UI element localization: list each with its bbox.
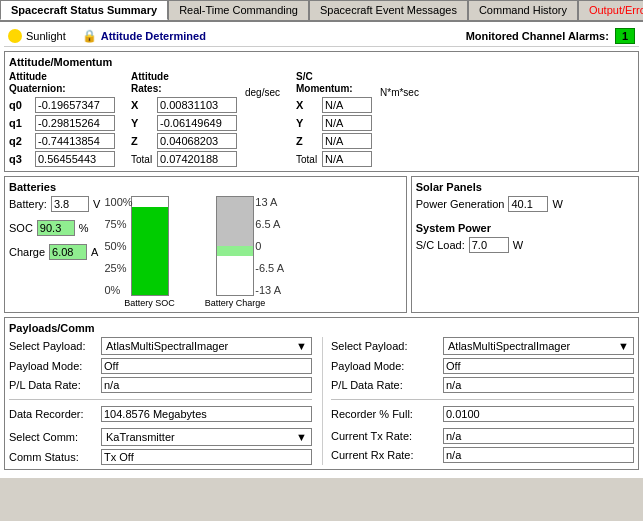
charge-field[interactable]: [49, 244, 87, 260]
q3-row: q3: [9, 151, 115, 167]
rate-x-label: X: [131, 99, 153, 111]
payload-left-col: Select Payload: AtlasMultiSpectralImager…: [9, 337, 312, 465]
sc-load-field[interactable]: [469, 237, 509, 253]
q2-label: q2: [9, 135, 31, 147]
soc-label-25: 25%: [105, 262, 133, 274]
momentum-label: S/CMomentum:: [296, 71, 372, 95]
data-recorder-field[interactable]: [101, 406, 312, 422]
soc-bar: [132, 207, 168, 295]
rate-y-field[interactable]: [157, 115, 237, 131]
sunlight-indicator: Sunlight: [8, 29, 66, 43]
recorder-full-field[interactable]: [443, 406, 634, 422]
current-rx-field[interactable]: [443, 447, 634, 463]
attitude-text: Attitude Determined: [101, 30, 206, 42]
payload-mode-left-field[interactable]: [101, 358, 312, 374]
rate-total-field[interactable]: [157, 151, 237, 167]
select-payload-right-label: Select Payload:: [331, 340, 439, 352]
divider-left: [9, 399, 312, 400]
power-gen-unit: W: [552, 198, 562, 210]
power-gen-row: Power Generation W: [416, 196, 634, 212]
sun-icon: [8, 29, 22, 43]
mom-x-row: X: [296, 97, 372, 113]
main-content: Sunlight 🔒 Attitude Determined Monitored…: [0, 22, 643, 478]
mom-x-field[interactable]: [322, 97, 372, 113]
momentum-unit: N*m*sec: [380, 87, 419, 98]
batteries-section: Batteries Battery: V SOC % Charge: [4, 176, 407, 313]
pl-data-rate-left-label: P/L Data Rate:: [9, 379, 97, 391]
attitude-title: Attitude/Momentum: [9, 56, 634, 68]
soc-row: SOC %: [9, 220, 100, 236]
comm-status-field[interactable]: [101, 449, 312, 465]
current-tx-label: Current Tx Rate:: [331, 430, 439, 442]
tab-bar: Spacecraft Status Summary Real-Time Comm…: [0, 0, 643, 22]
select-comm-label: Select Comm:: [9, 431, 97, 443]
tab-spacecraft-events[interactable]: Spacecraft Event Messages: [309, 0, 468, 20]
rate-x-field[interactable]: [157, 97, 237, 113]
battery-field[interactable]: [51, 196, 89, 212]
sunlight-label: Sunlight: [26, 30, 66, 42]
tab-spacecraft-status[interactable]: Spacecraft Status Summary: [0, 0, 168, 20]
charge-bar-title: Battery Charge: [205, 298, 266, 308]
q1-row: q1: [9, 115, 115, 131]
rates-label: AttitudeRates:: [131, 71, 237, 95]
rate-y-row: Y: [131, 115, 237, 131]
charge-label-n13: -13 A: [255, 284, 284, 296]
current-rx-row: Current Rx Rate:: [331, 447, 634, 463]
sc-load-row: S/C Load: W: [416, 237, 634, 253]
payload-right-col: Select Payload: AtlasMultiSpectralImager…: [322, 337, 634, 465]
mom-x-label: X: [296, 99, 318, 111]
mom-z-field[interactable]: [322, 133, 372, 149]
data-recorder-row: Data Recorder:: [9, 406, 312, 422]
soc-bar-title: Battery SOC: [124, 298, 175, 308]
tab-realtime-commanding[interactable]: Real-Time Commanding: [168, 0, 309, 20]
soc-label: SOC: [9, 222, 33, 234]
comm-status-row: Comm Status:: [9, 449, 312, 465]
payload-mode-right-label: Payload Mode:: [331, 360, 439, 372]
soc-label-100: 100%: [105, 196, 133, 208]
power-gen-field[interactable]: [508, 196, 548, 212]
mom-total-field[interactable]: [322, 151, 372, 167]
pl-data-rate-right-field[interactable]: [443, 377, 634, 393]
rate-total-label: Total: [131, 154, 153, 165]
payload-mode-right-field[interactable]: [443, 358, 634, 374]
payloads-section: Payloads/Comm Select Payload: AtlasMulti…: [4, 317, 639, 470]
select-payload-left-dropdown[interactable]: AtlasMultiSpectralImager ▼: [101, 337, 312, 355]
select-comm-dropdown[interactable]: KaTransmitter ▼: [101, 428, 312, 446]
q0-field[interactable]: [35, 97, 115, 113]
q3-label: q3: [9, 153, 31, 165]
battery-unit: V: [93, 198, 100, 210]
status-bar: Sunlight 🔒 Attitude Determined Monitored…: [4, 26, 639, 47]
tab-command-history[interactable]: Command History: [468, 0, 578, 20]
select-payload-right-dropdown[interactable]: AtlasMultiSpectralImager ▼: [443, 337, 634, 355]
tab-output-error[interactable]: Output/Error*: [578, 0, 643, 20]
lock-icon: 🔒: [82, 29, 97, 43]
select-payload-left-row: Select Payload: AtlasMultiSpectralImager…: [9, 337, 312, 355]
power-gen-label: Power Generation: [416, 198, 505, 210]
soc-label-75: 75%: [105, 218, 133, 230]
q3-field[interactable]: [35, 151, 115, 167]
charge-label-n6: -6.5 A: [255, 262, 284, 274]
pl-data-rate-left-row: P/L Data Rate:: [9, 377, 312, 393]
payload-mode-left-row: Payload Mode:: [9, 358, 312, 374]
solar-section: Solar Panels Power Generation W System P…: [411, 176, 639, 313]
attitude-indicator: 🔒 Attitude Determined: [82, 29, 206, 43]
rate-z-field[interactable]: [157, 133, 237, 149]
select-payload-right-row: Select Payload: AtlasMultiSpectralImager…: [331, 337, 634, 355]
solar-title: Solar Panels: [416, 181, 634, 193]
charge-unit: A: [91, 246, 98, 258]
mom-y-field[interactable]: [322, 115, 372, 131]
soc-label-0: 0%: [105, 284, 133, 296]
mom-y-row: Y: [296, 115, 372, 131]
select-payload-left-value: AtlasMultiSpectralImager: [106, 340, 228, 352]
q2-field[interactable]: [35, 133, 115, 149]
dropdown-arrow-left: ▼: [296, 340, 307, 352]
q1-field[interactable]: [35, 115, 115, 131]
rate-x-row: X: [131, 97, 237, 113]
pl-data-rate-left-field[interactable]: [101, 377, 312, 393]
mom-total-label: Total: [296, 154, 318, 165]
current-tx-field[interactable]: [443, 428, 634, 444]
select-payload-left-label: Select Payload:: [9, 340, 97, 352]
dropdown-arrow-right: ▼: [618, 340, 629, 352]
soc-field[interactable]: [37, 220, 75, 236]
current-rx-label: Current Rx Rate:: [331, 449, 439, 461]
